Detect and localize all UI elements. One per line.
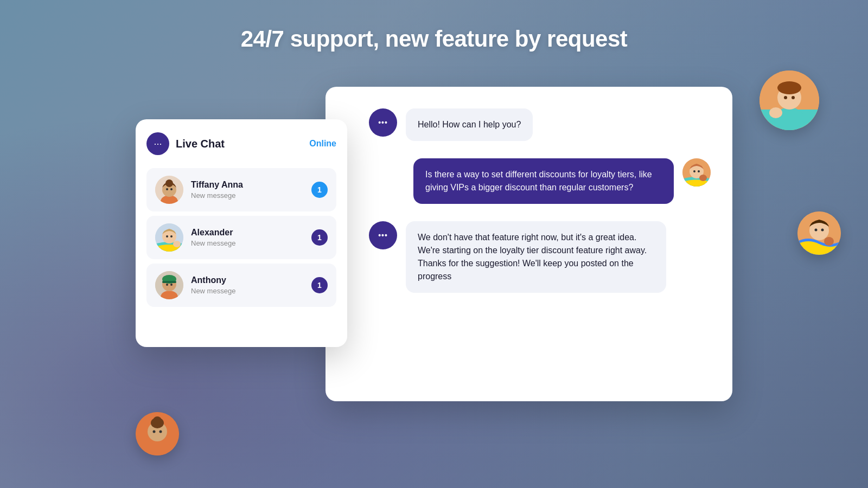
svg-point-24 xyxy=(166,188,168,190)
message-row-2: Is there a way to set different discount… xyxy=(369,158,711,204)
avatar-tiffany xyxy=(155,176,183,204)
agent-dots-icon-3: ••• xyxy=(378,231,388,240)
user-avatar-2 xyxy=(682,158,711,187)
svg-point-40 xyxy=(693,170,695,172)
live-chat-icon: ··· xyxy=(146,132,169,155)
chat-name-tiffany: Tiffany Anna xyxy=(191,180,304,190)
live-chat-title: Live Chat xyxy=(176,138,225,150)
chat-item-tiffany[interactable]: Tiffany Anna New messege 1 xyxy=(146,168,336,211)
live-chat-header: ··· Live Chat Online xyxy=(146,132,336,155)
floating-avatar-right-mid xyxy=(797,211,841,255)
chat-preview-anthony: New messege xyxy=(191,287,304,295)
svg-point-7 xyxy=(769,107,782,118)
chat-item-alexander[interactable]: Alexander New messege 1 xyxy=(146,216,336,259)
floating-avatar-top-right xyxy=(760,70,819,130)
svg-point-28 xyxy=(166,235,168,237)
svg-point-5 xyxy=(784,96,787,99)
svg-point-17 xyxy=(153,416,162,425)
agent-dots-icon-1: ••• xyxy=(378,118,388,127)
chat-badge-anthony: 1 xyxy=(311,277,328,293)
message-row-1: ••• Hello! How can I help you? xyxy=(369,108,711,141)
svg-point-10 xyxy=(815,229,818,232)
chat-name-anthony: Anthony xyxy=(191,275,304,285)
avatar-alexander xyxy=(155,223,183,252)
chat-info-anthony: Anthony New messege xyxy=(191,275,304,295)
avatar-anthony xyxy=(155,271,183,299)
chat-badge-alexander: 1 xyxy=(311,229,328,246)
svg-point-29 xyxy=(170,235,173,237)
chat-item-anthony[interactable]: Anthony New messege 1 xyxy=(146,264,336,307)
chat-preview-tiffany: New messege xyxy=(191,191,304,200)
agent-avatar-1: ••• xyxy=(369,108,397,137)
svg-point-30 xyxy=(173,241,181,247)
message-row-3: ••• We don't have that feature right now… xyxy=(369,221,711,293)
live-chat-title-group: ··· Live Chat xyxy=(146,132,225,155)
message-bubble-2: Is there a way to set different discount… xyxy=(413,158,674,204)
svg-rect-35 xyxy=(162,281,176,283)
chat-info-tiffany: Tiffany Anna New messege xyxy=(191,180,304,200)
chat-preview-alexander: New messege xyxy=(191,239,304,247)
svg-point-23 xyxy=(165,179,173,187)
chat-info-alexander: Alexander New messege xyxy=(191,228,304,247)
svg-point-11 xyxy=(821,229,824,232)
page-title: 24/7 support, new feature by request xyxy=(0,0,868,52)
floating-avatar-bottom-left xyxy=(136,412,179,455)
dots-icon: ··· xyxy=(154,138,162,150)
svg-point-41 xyxy=(698,170,700,172)
svg-point-42 xyxy=(699,175,707,181)
main-content: ··· Live Chat Online xyxy=(136,87,732,401)
chat-badge-tiffany: 1 xyxy=(311,182,328,198)
svg-point-19 xyxy=(159,431,162,433)
message-bubble-1: Hello! How can I help you? xyxy=(406,108,533,141)
message-bubble-3: We don't have that feature right now, bu… xyxy=(406,221,666,293)
svg-point-18 xyxy=(153,431,156,433)
chat-conversation: ••• Hello! How can I help you? Is there … xyxy=(326,87,732,401)
svg-point-12 xyxy=(824,237,834,246)
svg-point-6 xyxy=(792,96,795,99)
svg-point-4 xyxy=(777,81,801,94)
chat-name-alexander: Alexander xyxy=(191,228,304,237)
svg-point-25 xyxy=(170,188,173,190)
svg-point-36 xyxy=(166,284,168,286)
svg-point-37 xyxy=(170,284,173,286)
chat-list: Tiffany Anna New messege 1 xyxy=(146,168,336,307)
online-status: Online xyxy=(309,139,336,149)
live-chat-panel: ··· Live Chat Online xyxy=(136,119,347,347)
agent-avatar-3: ••• xyxy=(369,221,397,249)
